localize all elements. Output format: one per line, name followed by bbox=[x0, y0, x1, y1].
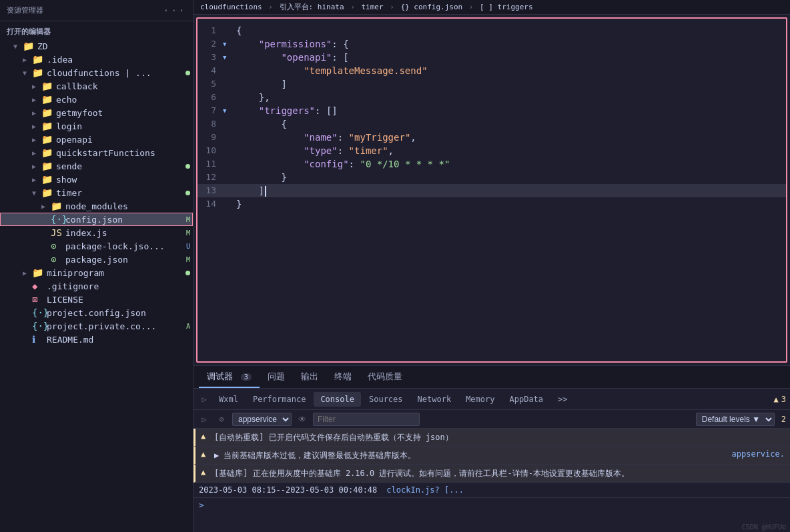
devtools-tab-console[interactable]: Console bbox=[314, 392, 361, 407]
tree-item-node-modules[interactable]: ▶ 📁 node_modules bbox=[0, 199, 193, 213]
tree-item-package-json[interactable]: ⊙ package.json M bbox=[0, 253, 193, 266]
arrow-show: ▶ bbox=[32, 176, 41, 183]
tree-item-openapi[interactable]: ▶ 📁 openapi bbox=[0, 133, 193, 146]
devtools-tab-performance[interactable]: Performance bbox=[246, 392, 312, 407]
code-line-2: 2 ▼ "permissions": { bbox=[198, 37, 786, 51]
badge-project-private: A bbox=[186, 323, 190, 330]
devtools-tab-more[interactable]: >> bbox=[551, 392, 574, 407]
tree-item-quickstart[interactable]: ▶ 📁 quickstartFunctions bbox=[0, 146, 193, 159]
arrow-idea: ▶ bbox=[23, 56, 32, 63]
console-stop-btn[interactable]: ⊘ bbox=[215, 413, 228, 426]
console-eye-btn[interactable]: 👁 bbox=[296, 413, 309, 426]
folder-icon-getmyfoot: 📁 bbox=[41, 107, 53, 118]
console-context-select[interactable]: appservice bbox=[232, 413, 292, 426]
tab-terminal[interactable]: 终端 bbox=[326, 367, 360, 388]
devtools-tab-network[interactable]: Network bbox=[411, 392, 458, 407]
tree-item-cloudfunctions[interactable]: ▼ 📁 cloudfunctions | ... bbox=[0, 66, 193, 79]
tree-label-getmyfoot: getmyfoot bbox=[56, 108, 190, 118]
tab-debugger[interactable]: 调试器 3 bbox=[199, 367, 260, 388]
badge-config-json: M bbox=[186, 216, 190, 223]
tree-item-getmyfoot[interactable]: ▶ 📁 getmyfoot bbox=[0, 106, 193, 119]
tree-item-project-config[interactable]: {·} project.config.json bbox=[0, 306, 193, 319]
console-msg-2: ▲ ▶ 当前基础库版本过低，建议调整最低支持基础库版本。 appservice. bbox=[193, 447, 790, 465]
tab-codequality[interactable]: 代码质量 bbox=[360, 367, 410, 388]
tree-item-idea[interactable]: ▶ 📁 .idea bbox=[0, 53, 193, 66]
tree-item-show[interactable]: ▶ 📁 show bbox=[0, 173, 193, 186]
console-prompt: > bbox=[199, 500, 204, 510]
tree-item-project-private[interactable]: {·} project.private.co... A bbox=[0, 319, 193, 333]
devtools-tab-wxml[interactable]: Wxml bbox=[212, 392, 245, 407]
badge-package-json: M bbox=[186, 256, 190, 263]
console-run-btn[interactable]: ▷ bbox=[198, 413, 211, 426]
warn-icon-3: ▲ bbox=[201, 467, 210, 477]
tree-item-readme[interactable]: ℹ README.md bbox=[0, 333, 193, 346]
modified-dot-miniprogram bbox=[185, 271, 190, 275]
warning-count: 3 bbox=[781, 395, 786, 404]
console-link-2[interactable]: appservice. bbox=[732, 449, 785, 459]
warn-icon-2: ▲ bbox=[201, 449, 210, 459]
breadcrumb-part-3: timer bbox=[361, 3, 383, 11]
code-line-12: 12 } bbox=[198, 171, 786, 184]
code-line-5: 5 ] bbox=[198, 77, 786, 91]
tree-label-project-private: project.private.co... bbox=[47, 321, 183, 331]
code-container[interactable]: 1 { 2 ▼ "permissions": { 3 ▼ "openapi": … bbox=[196, 17, 787, 363]
sidebar-dots[interactable]: ··· bbox=[163, 4, 186, 17]
tree-label-miniprogram: miniprogram bbox=[47, 268, 183, 278]
console-link-4[interactable]: clockIn.js? [... bbox=[386, 485, 464, 495]
tree-label-timer: timer bbox=[56, 188, 183, 198]
warning-icon: ▲ bbox=[774, 395, 779, 404]
main-area: cloudfunctions › 引入平台: hinata › timer › … bbox=[193, 0, 790, 532]
console-filter-input[interactable] bbox=[313, 413, 420, 426]
code-line-7: 7 ▼ "triggers": [] bbox=[198, 104, 786, 117]
js-icon-index: JS bbox=[51, 227, 63, 238]
tree-item-gitignore[interactable]: ◆ .gitignore bbox=[0, 279, 193, 293]
tree-label-quickstart: quickstartFunctions bbox=[56, 148, 190, 158]
console-toolbar: ▷ ⊘ appservice 👁 Default levels ▼ 2 bbox=[193, 410, 790, 429]
console-timestamp: 2023-05-03 08:15--2023-05-03 00:40:48 bbox=[199, 485, 377, 495]
json-icon-project-private: {·} bbox=[32, 321, 44, 331]
tree-label-login: login bbox=[56, 121, 190, 131]
console-page-num: 2 bbox=[781, 415, 786, 424]
console-levels-select[interactable]: Default levels ▼ bbox=[696, 413, 775, 426]
tree-item-package-lock[interactable]: ⊙ package-lock.jso... U bbox=[0, 239, 193, 253]
devtools-tab-sources[interactable]: Sources bbox=[362, 392, 410, 407]
tree-item-login[interactable]: ▶ 📁 login bbox=[0, 119, 193, 133]
debugger-badge: 3 bbox=[241, 373, 252, 381]
folder-icon-node-modules: 📁 bbox=[51, 201, 63, 211]
devtools-tab-appdata[interactable]: AppData bbox=[502, 392, 550, 407]
tree-label-project-config: project.config.json bbox=[47, 308, 190, 318]
tree-label-index-js: index.js bbox=[65, 228, 183, 238]
code-line-3: 3 ▼ "openapi": [ bbox=[198, 51, 786, 64]
code-line-9: 9 "name": "myTrigger", bbox=[198, 131, 786, 144]
tree-item-miniprogram[interactable]: ▶ 📁 miniprogram bbox=[0, 266, 193, 279]
watermark: CSDN @HUFU© bbox=[742, 523, 786, 531]
arrow-getmyfoot: ▶ bbox=[32, 109, 41, 117]
license-icon: ⊠ bbox=[32, 294, 44, 305]
tree-item-license[interactable]: ⊠ LICENSE bbox=[0, 293, 193, 306]
console-messages: ▲ [自动热重载] 已开启代码文件保存后自动热重载（不支持 json） ▲ ▶ … bbox=[193, 429, 790, 532]
modified-dot-sende bbox=[185, 164, 190, 169]
tree-item-echo[interactable]: ▶ 📁 echo bbox=[0, 93, 193, 106]
sidebar: 资源管理器 ··· 打开的编辑器 ▼ 📁 ZD ▶ 📁 .idea ▼ 📁 cl… bbox=[0, 0, 193, 532]
tree-item-sende[interactable]: ▶ 📁 sende bbox=[0, 159, 193, 173]
devtools-tab-memory[interactable]: Memory bbox=[459, 392, 501, 407]
badge-package-lock: U bbox=[186, 243, 190, 250]
tree-label-cloudfunctions: cloudfunctions | ... bbox=[47, 68, 183, 78]
console-msg-text-3: [基础库] 正在使用灰度中的基础库 2.16.0 进行调试。如有问题，请前往工具… bbox=[214, 467, 785, 479]
tab-output[interactable]: 输出 bbox=[293, 367, 326, 388]
arrow-zd: ▼ bbox=[13, 43, 23, 50]
tree-item-callback[interactable]: ▶ 📁 callback bbox=[0, 79, 193, 93]
devtools-pointer-btn[interactable]: ▷ bbox=[198, 393, 211, 406]
console-input-line: > bbox=[193, 498, 790, 512]
folder-icon-echo: 📁 bbox=[41, 94, 53, 105]
folder-icon-cloudfunctions: 📁 bbox=[32, 67, 44, 78]
tree-label-idea: .idea bbox=[47, 55, 190, 65]
tree-item-index-js[interactable]: JS index.js M bbox=[0, 226, 193, 239]
tree-item-timer[interactable]: ▼ 📁 timer bbox=[0, 186, 193, 199]
bottom-panel: 调试器 3 问题 输出 终端 代码质量 ▷ Wxml bbox=[193, 365, 790, 532]
tab-problems[interactable]: 问题 bbox=[260, 367, 293, 388]
tree-item-config-json[interactable]: {·} config.json M bbox=[0, 213, 193, 226]
code-line-4: 4 "templateMessage.send" bbox=[198, 64, 786, 77]
tree-item-zd[interactable]: ▼ 📁 ZD bbox=[0, 39, 193, 53]
json-icon-project-config: {·} bbox=[32, 307, 44, 318]
